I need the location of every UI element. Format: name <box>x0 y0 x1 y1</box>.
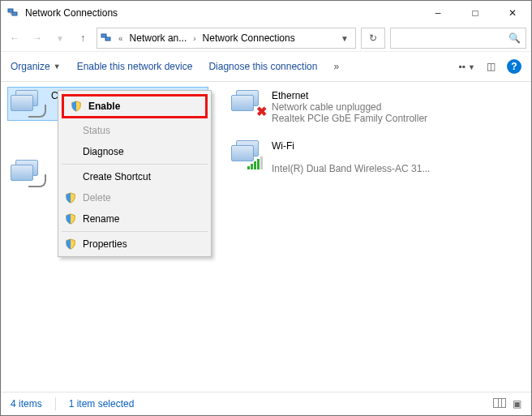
context-label: Enable <box>88 101 120 112</box>
svg-rect-0 <box>8 9 13 12</box>
adapter-title: Wi-Fi <box>272 140 430 152</box>
network-adapter-icon <box>231 140 265 168</box>
view-options-button[interactable]: ▪▪ ▼ <box>458 61 475 72</box>
context-label: Status <box>83 125 110 136</box>
breadcrumb-parent[interactable]: Network an... <box>128 32 189 44</box>
address-bar: ← → ▼ ↑ « Network an... › Network Connec… <box>1 25 531 51</box>
shield-icon <box>65 192 76 204</box>
status-bar: 4 items 1 item selected ▣ <box>1 392 531 415</box>
organize-label: Organize <box>11 61 50 72</box>
nav-recent-button[interactable]: ▼ <box>51 29 69 47</box>
adapter-item-ethernet[interactable]: ✖ Ethernet Network cable unplugged Realt… <box>228 87 433 127</box>
window-title: Network Connections <box>25 7 118 19</box>
breadcrumb-current[interactable]: Network Connections <box>201 32 297 44</box>
unplugged-icon: ✖ <box>256 104 267 119</box>
organize-menu[interactable]: Organize▼ <box>11 61 61 72</box>
shield-icon <box>65 238 76 250</box>
search-icon: 🔍 <box>508 32 521 44</box>
close-button[interactable]: ✕ <box>494 1 531 25</box>
refresh-button[interactable]: ↻ <box>361 28 385 49</box>
app-icon <box>7 6 20 19</box>
chevron-down-icon: ▼ <box>54 62 61 71</box>
adapter-device: Realtek PCIe GbE Family Controller <box>272 113 427 124</box>
enable-device-button[interactable]: Enable this network device <box>77 61 193 72</box>
context-label: Rename <box>83 213 119 225</box>
minimize-button[interactable]: – <box>419 1 457 25</box>
context-label: Diagnose <box>83 146 124 157</box>
view-details-button[interactable] <box>493 398 506 410</box>
network-adapter-icon <box>11 160 45 187</box>
adapter-item-wifi[interactable]: Wi-Fi Intel(R) Dual Band Wireless-AC 31.… <box>228 137 433 178</box>
context-label: Delete <box>83 192 111 204</box>
command-bar: Organize▼ Enable this network device Dia… <box>1 51 531 82</box>
network-adapter-icon <box>11 90 45 118</box>
svg-rect-3 <box>105 37 110 41</box>
network-adapter-icon: ✖ <box>231 90 265 118</box>
context-status: Status <box>58 120 211 141</box>
help-button[interactable]: ? <box>507 59 521 74</box>
address-icon <box>101 31 114 46</box>
separator <box>62 231 208 232</box>
divider <box>55 397 56 410</box>
nav-back-button[interactable]: ← <box>6 29 24 47</box>
adapter-status <box>272 152 430 163</box>
chevron-icon[interactable]: › <box>191 34 197 43</box>
context-label: Create Shortcut <box>83 171 151 182</box>
adapter-device: Intel(R) Dual Band Wireless-AC 31... <box>272 163 430 174</box>
adapter-status: Network cable unplugged <box>272 101 427 113</box>
context-delete: Delete <box>58 187 211 208</box>
diagnose-connection-button[interactable]: Diagnose this connection <box>208 61 317 72</box>
titlebar: Network Connections – □ ✕ <box>1 1 531 25</box>
wifi-signal-icon <box>247 157 263 169</box>
context-rename[interactable]: Rename <box>58 208 211 229</box>
shield-icon <box>71 101 82 112</box>
nav-up-button[interactable]: ↑ <box>74 29 92 47</box>
nav-forward-button: → <box>28 29 46 47</box>
separator <box>62 164 208 165</box>
preview-pane-button[interactable]: ◫ <box>487 61 496 72</box>
search-input[interactable]: 🔍 <box>390 28 526 49</box>
adapter-title: Ethernet <box>272 90 427 101</box>
context-diagnose[interactable]: Diagnose <box>58 141 211 162</box>
status-count: 4 items <box>11 398 42 410</box>
context-create-shortcut[interactable]: Create Shortcut <box>58 166 211 187</box>
context-label: Properties <box>83 238 127 250</box>
address-dropdown-button[interactable]: ▼ <box>337 34 352 43</box>
maximize-button[interactable]: □ <box>457 1 494 25</box>
shield-icon <box>65 213 76 225</box>
status-selected: 1 item selected <box>69 398 135 410</box>
context-menu: Enable Status Diagnose Create Shortcut D… <box>58 90 212 257</box>
address-box[interactable]: « Network an... › Network Connections ▼ <box>97 28 356 49</box>
context-enable[interactable]: Enable <box>64 96 205 116</box>
context-properties[interactable]: Properties <box>58 234 211 255</box>
chevron-icon[interactable]: « <box>117 34 125 43</box>
svg-rect-2 <box>101 34 106 37</box>
view-large-button[interactable]: ▣ <box>513 398 521 410</box>
toolbar-overflow-button[interactable]: » <box>333 61 339 72</box>
